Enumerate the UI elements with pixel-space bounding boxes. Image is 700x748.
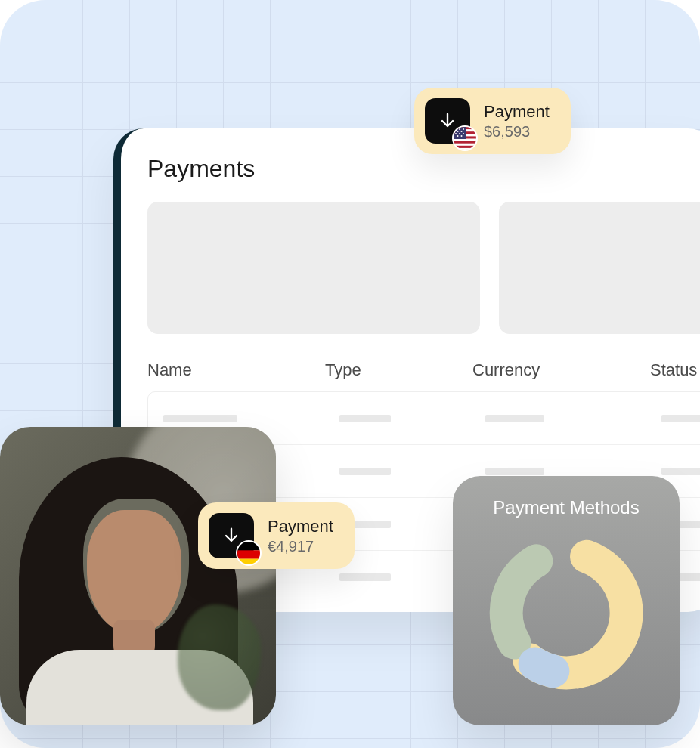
col-header-currency: Currency: [472, 360, 650, 380]
svg-point-16: [457, 135, 459, 137]
skeleton-cell: [339, 468, 391, 475]
svg-rect-19: [237, 550, 262, 558]
svg-point-11: [457, 131, 459, 132]
summary-card-placeholder: [499, 202, 700, 334]
svg-point-10: [463, 128, 464, 130]
summary-cards-row: [147, 202, 700, 334]
payment-card-de: Payment €4,917: [198, 502, 355, 569]
svg-rect-4: [454, 141, 478, 144]
payment-amount: €4,917: [268, 538, 333, 555]
col-header-type: Type: [325, 360, 472, 380]
table-header-row: Name Type Currency Status: [147, 360, 700, 380]
skeleton-cell: [661, 468, 700, 475]
page-title: Payments: [147, 155, 700, 183]
payment-icon-wrap: [209, 513, 254, 558]
payment-icon-wrap: [425, 98, 470, 144]
payment-label: Payment: [268, 517, 333, 536]
skeleton-cell: [485, 415, 544, 422]
svg-point-12: [461, 131, 463, 132]
col-header-name: Name: [147, 360, 325, 380]
svg-point-9: [459, 128, 460, 130]
skeleton-cell: [661, 415, 700, 422]
person-photo: [0, 427, 276, 725]
svg-point-14: [459, 133, 460, 134]
svg-rect-5: [454, 146, 478, 148]
payment-amount: $6,593: [484, 123, 550, 141]
payment-methods-title: Payment Methods: [493, 497, 639, 518]
svg-rect-20: [237, 559, 262, 566]
flag-de-icon: [236, 540, 262, 566]
payment-label: Payment: [484, 102, 550, 122]
skeleton-cell: [339, 573, 391, 581]
payment-card-us: Payment $6,593: [414, 88, 571, 154]
svg-point-13: [455, 133, 457, 134]
svg-point-8: [455, 128, 457, 130]
svg-point-15: [463, 133, 464, 134]
payment-methods-donut-chart: [483, 530, 649, 696]
payment-card-text: Payment $6,593: [484, 102, 550, 141]
payment-methods-card: Payment Methods: [453, 476, 680, 725]
skeleton-cell: [163, 415, 237, 422]
promo-canvas: Payments Name Type Currency Status: [0, 0, 700, 748]
col-header-status: Status: [650, 360, 700, 380]
skeleton-cell: [485, 468, 544, 475]
svg-point-17: [461, 135, 463, 137]
payment-card-text: Payment €4,917: [268, 517, 333, 555]
skeleton-cell: [339, 415, 391, 422]
svg-rect-18: [237, 542, 262, 550]
summary-card-placeholder: [147, 202, 480, 334]
flag-us-icon: [452, 125, 478, 151]
svg-rect-6: [454, 150, 478, 151]
